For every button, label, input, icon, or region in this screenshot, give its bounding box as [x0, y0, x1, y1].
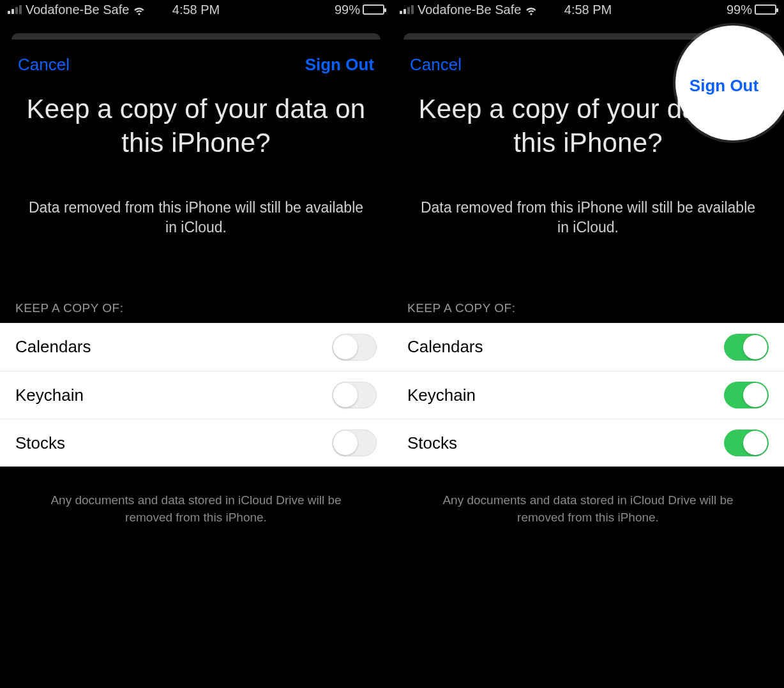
list-item-calendars: Calendars: [0, 323, 392, 371]
toggle-stocks[interactable]: [332, 430, 377, 456]
battery-percent-label: 99%: [727, 3, 752, 17]
nav-row: Cancel Sign Out: [0, 40, 392, 81]
sign-out-button[interactable]: Sign Out: [305, 55, 374, 75]
clock-label: 4:58 PM: [564, 3, 612, 17]
highlight-sign-out: Sign Out: [675, 26, 784, 140]
footer-note: Any documents and data stored in iCloud …: [392, 467, 784, 526]
list-item-label: Stocks: [15, 433, 65, 453]
prompt-subtext: Data removed from this iPhone will still…: [392, 160, 784, 237]
status-bar: Vodafone-Be Safe 4:58 PM 99%: [392, 0, 784, 19]
list-item-label: Keychain: [407, 385, 476, 405]
keep-copy-list: Calendars Keychain Stocks: [0, 323, 392, 467]
toggle-stocks[interactable]: [724, 430, 769, 456]
dimmed-region-bottom: Any documents and data stored in iCloud …: [0, 467, 392, 658]
toggle-calendars[interactable]: [724, 334, 769, 361]
signal-icon: [8, 5, 22, 14]
footer-note: Any documents and data stored in iCloud …: [0, 467, 392, 526]
carrier-label: Vodafone-Be Safe: [418, 3, 521, 17]
prompt-heading: Keep a copy of your data on this iPhone?: [0, 81, 392, 160]
clock-label: 4:58 PM: [172, 3, 220, 17]
status-right: 99%: [335, 3, 384, 17]
status-left: Vodafone-Be Safe: [8, 3, 146, 17]
toggle-calendars[interactable]: [332, 334, 377, 361]
status-right: 99%: [727, 3, 776, 17]
toggle-keychain[interactable]: [724, 382, 769, 408]
list-item-stocks: Stocks: [392, 419, 784, 467]
battery-percent-label: 99%: [335, 3, 360, 17]
cancel-button[interactable]: Cancel: [18, 55, 70, 75]
list-item-keychain: Keychain: [0, 371, 392, 419]
cancel-button[interactable]: Cancel: [410, 55, 462, 75]
wifi-icon: [133, 3, 146, 16]
list-item-label: Keychain: [15, 385, 84, 405]
highlight-label[interactable]: Sign Out: [690, 76, 758, 96]
battery-icon: [363, 4, 384, 15]
prompt-subtext: Data removed from this iPhone will still…: [0, 160, 392, 237]
list-item-calendars: Calendars: [392, 323, 784, 371]
dimmed-region-bottom: Any documents and data stored in iCloud …: [392, 467, 784, 658]
dimmed-region-top: Vodafone-Be Safe 4:58 PM 99% Cancel Sign…: [0, 0, 392, 323]
battery-icon: [755, 4, 776, 15]
list-item-keychain: Keychain: [392, 371, 784, 419]
keep-copy-list: Calendars Keychain Stocks: [392, 323, 784, 467]
list-item-stocks: Stocks: [0, 419, 392, 467]
sheet-grabber: [11, 33, 381, 40]
status-left: Vodafone-Be Safe: [400, 3, 538, 17]
status-bar: Vodafone-Be Safe 4:58 PM 99%: [0, 0, 392, 19]
list-item-label: Calendars: [15, 337, 91, 357]
signal-icon: [400, 5, 414, 14]
list-item-label: Stocks: [407, 433, 457, 453]
carrier-label: Vodafone-Be Safe: [26, 3, 129, 17]
list-item-label: Calendars: [407, 337, 483, 357]
toggle-keychain[interactable]: [332, 382, 377, 408]
phone-screenshot-right: Vodafone-Be Safe 4:58 PM 99% Cancel Sign…: [392, 0, 784, 688]
wifi-icon: [525, 3, 538, 16]
sheet-top: [0, 19, 392, 40]
section-header-keep-copy: KEEP A COPY OF:: [0, 237, 392, 323]
phone-screenshot-left: Vodafone-Be Safe 4:58 PM 99% Cancel Sign…: [0, 0, 392, 688]
section-header-keep-copy: KEEP A COPY OF:: [392, 237, 784, 323]
